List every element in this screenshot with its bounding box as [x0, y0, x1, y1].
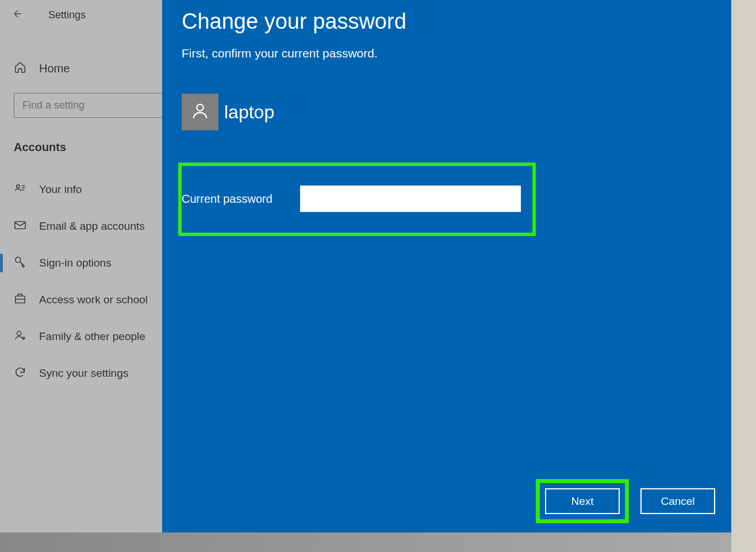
- next-button[interactable]: Next: [545, 488, 620, 514]
- svg-point-7: [17, 331, 21, 335]
- modal-subtitle: First, confirm your current password.: [182, 47, 712, 60]
- svg-point-5: [16, 257, 21, 263]
- home-icon: [14, 61, 26, 76]
- svg-rect-4: [15, 222, 25, 229]
- sidebar-item-label: Sign-in options: [39, 257, 112, 269]
- user-card-icon: [14, 182, 26, 197]
- modal-title: Change your password: [182, 9, 712, 34]
- avatar: [182, 94, 218, 130]
- right-edge-area: [731, 0, 756, 552]
- password-label: Current password: [182, 192, 273, 206]
- key-icon: [14, 256, 26, 271]
- sidebar-item-label: Sync your settings: [39, 367, 128, 380]
- sidebar-item-label: Email & app accounts: [39, 220, 145, 233]
- person-icon: [190, 101, 210, 123]
- mail-icon: [14, 219, 26, 234]
- sidebar-item-label: Access work or school: [39, 294, 148, 306]
- current-password-input[interactable]: [300, 186, 521, 212]
- password-field-highlight: Current password: [178, 163, 536, 236]
- modal-footer: Next Cancel: [536, 479, 715, 523]
- svg-point-0: [17, 185, 20, 188]
- user-name: laptop: [224, 102, 274, 123]
- change-password-modal: Change your password First, confirm your…: [162, 0, 731, 532]
- svg-point-10: [197, 105, 203, 111]
- next-button-highlight: Next: [536, 479, 629, 523]
- person-add-icon: [14, 329, 26, 344]
- cancel-button[interactable]: Cancel: [640, 488, 715, 514]
- sidebar-item-label: Family & other people: [39, 330, 145, 343]
- home-label: Home: [39, 62, 70, 75]
- sync-icon: [14, 366, 26, 381]
- sidebar-item-label: Your info: [39, 183, 82, 196]
- settings-title: Settings: [48, 9, 86, 21]
- briefcase-icon: [14, 292, 26, 307]
- user-row: laptop: [182, 94, 712, 130]
- bottom-desktop-strip: [0, 532, 731, 552]
- back-arrow-icon[interactable]: [11, 7, 48, 23]
